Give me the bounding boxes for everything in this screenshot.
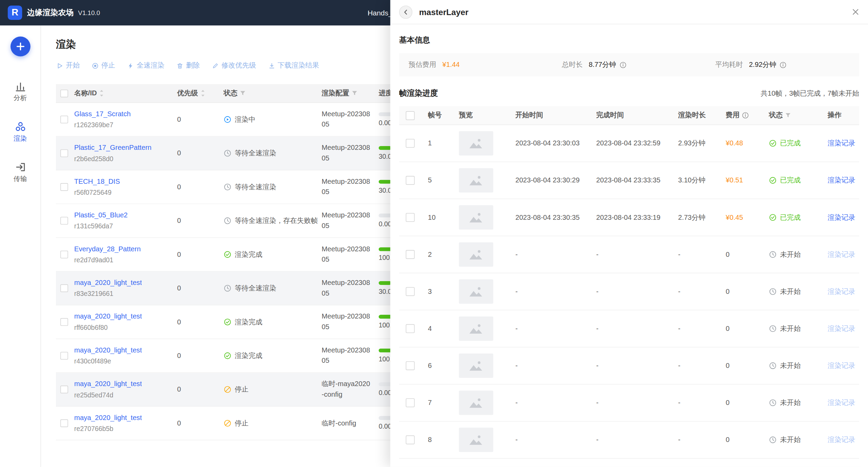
filter-icon[interactable] [240,90,246,96]
frame-checkbox[interactable] [406,287,415,296]
app-title: 边缘渲染农场 [27,8,74,18]
frame-number: 1 [420,125,450,161]
frame-row[interactable]: 4 - - - 0 未开始 渲染记录 [399,310,859,347]
row-checkbox[interactable] [60,217,68,225]
job-status-text: 渲染完成 [235,351,262,360]
info-icon[interactable] [742,112,749,119]
toolbar-priority-button[interactable]: 修改优先级 [212,61,256,70]
job-name-link[interactable]: Plastic_17_GreenPattern [74,144,151,152]
select-all-checkbox[interactable] [60,89,68,97]
sidebar-item-transfer[interactable]: 传输 [0,161,40,182]
row-checkbox[interactable] [60,284,68,292]
frame-preview[interactable] [459,354,493,378]
job-name-link[interactable]: maya_2020_light_test [74,346,142,354]
job-name-link[interactable]: maya_2020_light_test [74,380,142,388]
row-checkbox[interactable] [60,352,68,360]
image-placeholder-icon [469,323,483,334]
status-pending-icon [769,436,777,444]
job-name-link[interactable]: maya_2020_light_test [74,279,142,287]
render-log-link[interactable]: 渲染记录 [828,213,855,222]
add-job-button[interactable] [10,36,30,56]
row-checkbox[interactable] [60,116,68,123]
frame-checkbox[interactable] [406,213,415,222]
job-name-link[interactable]: Everyday_28_Pattern [74,245,141,253]
toolbar-button-label: 停止 [101,61,115,70]
frame-preview[interactable] [459,391,493,415]
job-row[interactable]: Plastic_05_Blue2 r131c596da7 0 等待全速渲染，存在… [56,204,426,238]
render-log-link[interactable]: 渲染记录 [828,139,855,148]
job-status-text: 等待全速渲染 [235,148,276,158]
frame-checkbox[interactable] [406,250,415,259]
frame-row[interactable]: 1 2023-08-04 23:30:03 2023-08-04 23:32:5… [399,125,859,162]
row-checkbox[interactable] [60,419,68,427]
job-row[interactable]: Plastic_17_GreenPattern r2b6ed258d0 0 等待… [56,137,426,170]
frame-preview[interactable] [459,316,493,341]
frame-checkbox[interactable] [406,361,415,370]
job-row[interactable]: Glass_17_Scratch r1262369be7 0 渲染中 Meetu… [56,103,426,136]
row-checkbox[interactable] [60,183,68,191]
frame-row[interactable]: 5 2023-08-04 23:30:29 2023-08-04 23:33:3… [399,162,859,199]
job-row[interactable]: TECH_18_DIS r56f0725649 0 等待全速渲染 Meetup-… [56,170,426,204]
frame-preview[interactable] [459,168,493,193]
frame-preview[interactable] [459,205,493,230]
image-placeholder-icon [469,249,483,260]
job-row[interactable]: maya_2020_light_test re270766b5b 0 停止 临时… [56,407,426,440]
close-button[interactable] [850,7,861,17]
row-checkbox[interactable] [60,149,68,157]
row-checkbox[interactable] [60,318,68,326]
frame-checkbox[interactable] [406,176,415,185]
row-checkbox[interactable] [60,251,68,259]
frame-row[interactable]: 3 - - - 0 未开始 渲染记录 [399,273,859,310]
frame-preview[interactable] [459,279,493,304]
select-all-frames-checkbox[interactable] [406,111,415,120]
info-icon[interactable] [779,61,787,68]
job-name-link[interactable]: Plastic_05_Blue2 [74,211,128,219]
stat-label: 总时长 [562,60,583,69]
render-log-link[interactable]: 渲染记录 [828,176,855,185]
job-config: 临时-maya2020-config [321,379,371,400]
jobs-table-header: 名称/ID 优先级 状态 渲染配置 [56,84,426,103]
job-id: re270766b5b [74,425,113,433]
stat-value: 2.92分钟 [749,60,776,69]
job-row[interactable]: Everyday_28_Pattern re2d7d9ad01 0 渲染完成 M… [56,238,426,272]
info-icon[interactable] [619,61,626,68]
frame-row[interactable]: 8 - - - 0 未开始 渲染记录 [399,422,859,459]
frame-checkbox[interactable] [406,435,415,444]
frame-row[interactable]: 2 - - - 0 未开始 渲染记录 [399,236,859,273]
sidebar-item-analysis[interactable]: 分析 [0,81,40,101]
frame-checkbox[interactable] [406,324,415,333]
toolbar-download-button[interactable]: 下载渲染结果 [268,61,319,70]
frame-row[interactable]: 6 - - - 0 未开始 渲染记录 [399,347,859,384]
app-version: V1.10.0 [78,9,100,16]
sort-icon[interactable] [99,89,104,97]
image-placeholder-icon [469,360,483,371]
frame-row[interactable]: 10 2023-08-04 23:30:35 2023-08-04 23:33:… [399,199,859,236]
sort-icon[interactable] [200,89,205,97]
frame-row[interactable]: 7 - - - 0 未开始 渲染记录 [399,384,859,421]
filter-icon[interactable] [785,112,791,119]
frame-checkbox[interactable] [406,139,415,148]
job-name-link[interactable]: TECH_18_DIS [74,178,120,185]
toolbar-start-button[interactable]: 开始 [57,61,80,70]
frames-table-body: 1 2023-08-04 23:30:03 2023-08-04 23:32:5… [399,125,859,459]
job-row[interactable]: maya_2020_light_test r83e3219661 0 等待全速渲… [56,272,426,305]
priority-icon [212,62,219,69]
filter-icon[interactable] [352,90,358,96]
frame-checkbox[interactable] [406,398,415,407]
toolbar-fullspeed-button[interactable]: 全速渲染 [127,61,164,70]
frame-preview[interactable] [459,242,493,267]
row-checkbox[interactable] [60,386,68,394]
job-row[interactable]: maya_2020_light_test rff660b6f80 0 渲染完成 … [56,306,426,339]
job-priority: 0 [172,339,219,372]
back-button[interactable] [399,5,412,19]
sidebar-item-render[interactable]: 渲染 [0,121,40,142]
job-row[interactable]: maya_2020_light_test r430c0f489e 0 渲染完成 … [56,339,426,373]
job-name-link[interactable]: maya_2020_light_test [74,313,142,321]
job-name-link[interactable]: maya_2020_light_test [74,414,142,422]
toolbar-delete-button[interactable]: 删除 [177,61,200,70]
job-name-link[interactable]: Glass_17_Scratch [74,110,131,118]
toolbar-stop-button[interactable]: 停止 [92,61,115,70]
frame-preview[interactable] [459,131,493,155]
job-row[interactable]: maya_2020_light_test re25d5ed74d 0 停止 临时… [56,373,426,407]
frame-preview[interactable] [459,428,493,452]
